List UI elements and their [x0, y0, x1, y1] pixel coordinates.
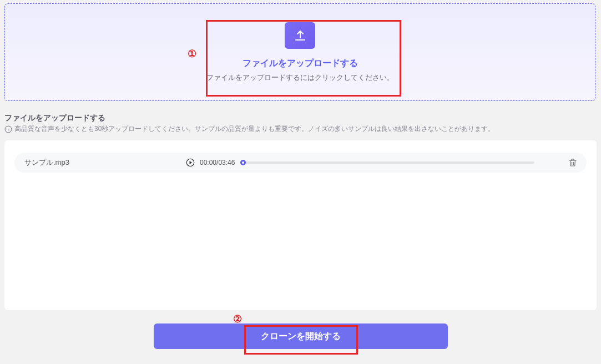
- file-name: サンプル.mp3: [24, 158, 185, 168]
- files-panel: サンプル.mp3 00:00/03:46: [4, 140, 597, 310]
- audio-progress-slider[interactable]: [240, 161, 534, 164]
- upload-icon-box: [285, 22, 315, 49]
- section-label: ファイルをアップロードする: [4, 113, 601, 123]
- section-help: 高品質な音声を少なくとも30秒アップロードしてください。サンプルの品質が量よりも…: [4, 124, 601, 134]
- section-help-text: 高品質な音声を少なくとも30秒アップロードしてください。サンプルの品質が量よりも…: [14, 124, 494, 134]
- upload-subtitle: ファイルをアップロードするにはクリックしてください。: [206, 73, 394, 83]
- info-icon: [4, 125, 12, 133]
- upload-icon: [294, 29, 307, 42]
- current-time: 00:00: [200, 159, 216, 166]
- time-display: 00:00/03:46: [200, 159, 235, 166]
- play-icon: [185, 158, 195, 168]
- trash-icon: [568, 158, 578, 168]
- start-clone-button[interactable]: クローンを開始する: [154, 323, 448, 349]
- step-number-2: ②: [233, 313, 242, 325]
- upload-title: ファイルをアップロードする: [243, 58, 358, 69]
- delete-button[interactable]: [568, 158, 578, 168]
- step-number-1: ①: [188, 48, 196, 60]
- progress-thumb[interactable]: [240, 160, 246, 165]
- upload-dropzone[interactable]: ファイルをアップロードする ファイルをアップロードするにはクリックしてください。: [4, 3, 595, 101]
- play-button[interactable]: [185, 158, 195, 168]
- file-row: サンプル.mp3 00:00/03:46: [14, 153, 587, 173]
- duration: 03:46: [218, 159, 235, 166]
